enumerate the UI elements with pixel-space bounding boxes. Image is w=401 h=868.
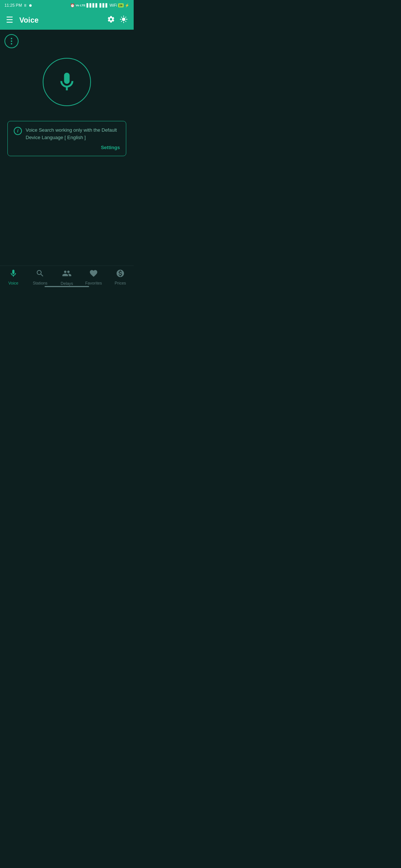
home-indicator [45, 286, 89, 287]
status-bar: 11:25 PM ⏸ ⏺ ⏰ Vo LTE ▋▋▋▋ ▋▋▋ WiFi 28 ⚡ [0, 0, 134, 10]
signal-icon-1: ▋▋▋▋ [87, 3, 98, 7]
dot-2 [11, 40, 12, 42]
prices-nav-label: Prices [115, 281, 126, 285]
settings-link[interactable]: Settings [101, 145, 120, 150]
brightness-icon[interactable] [120, 15, 128, 25]
favorites-nav-label: Favorites [85, 281, 102, 285]
podcast-icon: ⏺ [29, 3, 32, 7]
info-banner-settings: Settings [14, 144, 120, 151]
charging-icon: ⚡ [125, 3, 129, 7]
app-bar: ☰ Voice [0, 10, 134, 30]
nav-item-voice[interactable]: Voice [0, 269, 27, 285]
nav-item-stations[interactable]: Stations [27, 269, 53, 285]
app-bar-left: ☰ Voice [6, 16, 39, 24]
voice-nav-label: Voice [9, 281, 19, 285]
time-display: 11:25 PM [4, 3, 22, 7]
dot-1 [11, 38, 12, 39]
app-bar-right [107, 15, 128, 25]
main-content: i Voice Search working only with the Def… [0, 30, 134, 266]
info-message: Voice Search working only with the Defau… [26, 126, 120, 141]
wifi-icon: WiFi [110, 3, 117, 7]
battery-level: 28 [118, 3, 124, 7]
nav-item-delays[interactable]: Delays [53, 269, 80, 286]
app-title: Voice [19, 16, 39, 24]
stations-nav-label: Stations [33, 281, 48, 285]
signal-icon-2: ▋▋▋ [100, 3, 108, 7]
delays-nav-label: Delays [61, 281, 73, 286]
delays-nav-icon [62, 269, 72, 280]
nav-item-prices[interactable]: Prices [107, 269, 134, 285]
nav-item-favorites[interactable]: Favorites [80, 269, 107, 285]
more-options-button[interactable] [4, 34, 19, 48]
dot-3 [11, 43, 12, 45]
alarm-icon: ⏰ [70, 3, 75, 7]
status-right-icons: ⏰ Vo LTE ▋▋▋▋ ▋▋▋ WiFi 28 ⚡ [70, 3, 129, 7]
stations-nav-icon [36, 269, 45, 280]
media-icon: ⏸ [23, 3, 27, 7]
info-banner-top: i Voice Search working only with the Def… [14, 126, 120, 141]
hamburger-icon[interactable]: ☰ [6, 16, 13, 24]
status-time: 11:25 PM ⏸ ⏺ [4, 3, 32, 7]
favorites-nav-icon [89, 269, 98, 280]
mic-container [6, 58, 128, 106]
info-icon: i [14, 127, 22, 135]
voice-nav-icon [9, 269, 18, 280]
microphone-button[interactable] [43, 58, 91, 106]
settings-icon[interactable] [107, 15, 115, 25]
lte-badge: Vo LTE [76, 4, 85, 7]
prices-nav-icon [116, 269, 125, 280]
info-banner: i Voice Search working only with the Def… [7, 121, 126, 156]
